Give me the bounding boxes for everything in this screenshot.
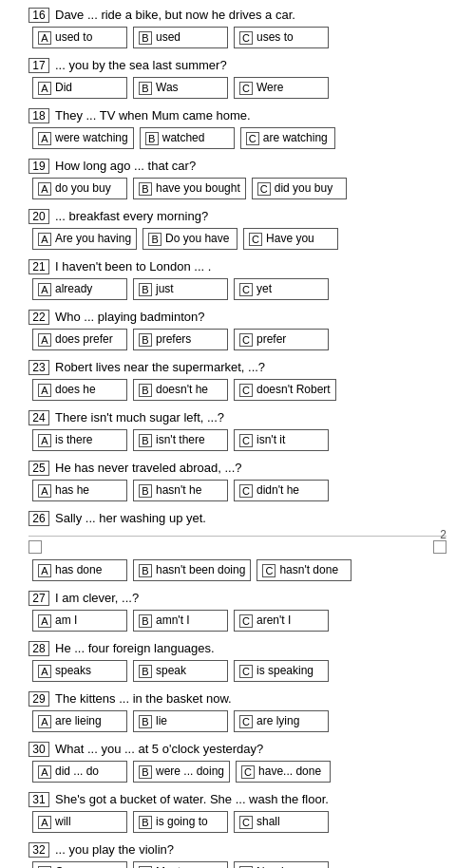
q-options-16: Aused to Bused Cuses to: [32, 27, 446, 48]
option-28b[interactable]: Bspeak: [133, 660, 228, 682]
option-24b[interactable]: Bisn't there: [133, 429, 228, 451]
option-25b[interactable]: Bhasn't he: [133, 480, 228, 501]
q-text-21: I haven't been to London ... .: [55, 259, 211, 274]
option-16c[interactable]: Cuses to: [234, 27, 329, 48]
q-num-21: 21: [28, 259, 49, 274]
question-17: 17 ... you by the sea last summer? ADid …: [28, 58, 446, 99]
q-text-26: Sally ... her washing up yet.: [55, 511, 206, 525]
q-options-29: Aare lieing Blie Care lying: [32, 710, 446, 732]
option-22b[interactable]: Bprefers: [133, 329, 228, 350]
q-options-32: ACan BMust CNeed: [32, 861, 446, 868]
option-26a[interactable]: Ahas done: [32, 559, 127, 581]
option-24c[interactable]: Cisn't it: [234, 429, 329, 451]
q-num-23: 23: [28, 360, 49, 375]
corner-mark-left: [28, 540, 42, 554]
q-options-31: Awill Bis going to Cshall: [32, 811, 446, 833]
option-29c[interactable]: Care lying: [234, 710, 329, 732]
q-num-25: 25: [28, 461, 49, 476]
question-29: 29 The kittens ... in the basket now. Aa…: [28, 691, 446, 732]
question-27: 27 I am clever, ...? Aam I Bamn't I Care…: [28, 591, 446, 632]
option-16b[interactable]: Bused: [133, 27, 228, 48]
option-27c[interactable]: Caren't I: [234, 610, 329, 632]
option-32a[interactable]: ACan: [32, 861, 127, 868]
q-num-16: 16: [28, 8, 49, 23]
q-options-20: AAre you having BDo you have CHave you: [32, 228, 446, 250]
q-num-28: 28: [28, 641, 49, 656]
option-30a[interactable]: Adid ... do: [32, 761, 127, 783]
option-25c[interactable]: Cdidn't he: [234, 480, 329, 501]
q-text-31: She's got a bucket of water. She ... was…: [55, 792, 329, 806]
q-text-32: ... you play the violin?: [55, 842, 174, 857]
option-19a[interactable]: Ado you buy: [32, 178, 127, 199]
option-23c[interactable]: Cdoesn't Robert: [234, 379, 336, 401]
question-31: 31 She's got a bucket of water. She ... …: [28, 792, 446, 833]
option-26b[interactable]: Bhasn't been doing: [133, 559, 251, 581]
q-text-19: How long ago ... that car?: [55, 159, 196, 173]
option-22a[interactable]: Adoes prefer: [32, 329, 127, 350]
option-28c[interactable]: Cis speaking: [234, 660, 329, 682]
option-20c[interactable]: CHave you: [243, 228, 338, 250]
question-18: 18 They ... TV when Mum came home. Awere…: [28, 108, 446, 149]
option-17b[interactable]: BWas: [133, 77, 228, 99]
option-17a[interactable]: ADid: [32, 77, 127, 99]
option-20b[interactable]: BDo you have: [142, 228, 238, 250]
option-31c[interactable]: Cshall: [234, 811, 329, 833]
q-num-19: 19: [28, 159, 49, 174]
q-num-22: 22: [28, 310, 49, 325]
option-26c[interactable]: Chasn't done: [256, 559, 352, 581]
q-options-25: Ahas he Bhasn't he Cdidn't he: [32, 480, 446, 501]
option-23a[interactable]: Adoes he: [32, 379, 127, 401]
option-29b[interactable]: Blie: [133, 710, 228, 732]
q-text-27: I am clever, ...?: [55, 591, 139, 605]
q-options-28: Aspeaks Bspeak Cis speaking: [32, 660, 446, 682]
option-23b[interactable]: Bdoesn't he: [133, 379, 228, 401]
question-32: 32 ... you play the violin? ACan BMust C…: [28, 842, 446, 868]
q-text-22: Who ... playing badminton?: [55, 310, 205, 324]
option-16a[interactable]: Aused to: [32, 27, 127, 48]
question-21: 21 I haven't been to London ... . Aalrea…: [28, 259, 446, 300]
q-num-27: 27: [28, 591, 49, 606]
option-18a[interactable]: Awere watching: [32, 127, 134, 149]
q-num-32: 32: [28, 842, 49, 858]
option-31b[interactable]: Bis going to: [133, 811, 228, 833]
option-20a[interactable]: AAre you having: [32, 228, 137, 250]
option-30b[interactable]: Bwere ... doing: [133, 761, 230, 783]
option-27a[interactable]: Aam I: [32, 610, 127, 632]
q-num-24: 24: [28, 410, 49, 425]
option-22c[interactable]: Cprefer: [234, 329, 329, 350]
q-num-26: 26: [28, 511, 49, 526]
question-19: 19 How long ago ... that car? Ado you bu…: [28, 159, 446, 199]
option-28a[interactable]: Aspeaks: [32, 660, 127, 682]
option-31a[interactable]: Awill: [32, 811, 127, 833]
question-16: 16 Dave ... ride a bike, but now he driv…: [28, 8, 446, 48]
question-24: 24 There isn't much sugar left, ...? Ais…: [28, 410, 446, 451]
question-23: 23 Robert lives near the supermarket, ..…: [28, 360, 446, 401]
q-options-30: Adid ... do Bwere ... doing Chave... don…: [32, 761, 446, 783]
q-num-29: 29: [28, 691, 49, 707]
question-30: 30 What ... you ... at 5 o'clock yesterd…: [28, 742, 446, 783]
option-19c[interactable]: Cdid you buy: [252, 178, 347, 199]
q-options-21: Aalready Bjust Cyet: [32, 278, 446, 300]
option-30c[interactable]: Chave... done: [236, 761, 331, 783]
option-32b[interactable]: BMust: [133, 861, 228, 868]
q-text-24: There isn't much sugar left, ...?: [55, 410, 224, 425]
option-29a[interactable]: Aare lieing: [32, 710, 127, 732]
option-25a[interactable]: Ahas he: [32, 480, 127, 501]
question-22: 22 Who ... playing badminton? Adoes pref…: [28, 310, 446, 350]
question-26: 26 Sally ... her washing up yet.: [28, 511, 446, 526]
option-32c[interactable]: CNeed: [234, 861, 329, 868]
option-18c[interactable]: Care watching: [240, 127, 335, 149]
q-options-18: Awere watching Bwatched Care watching: [32, 127, 446, 149]
q-text-20: ... breakfast every morning?: [55, 209, 208, 223]
option-17c[interactable]: CWere: [234, 77, 329, 99]
option-18b[interactable]: Bwatched: [140, 127, 235, 149]
option-24a[interactable]: Ais there: [32, 429, 127, 451]
q-text-29: The kittens ... in the basket now.: [55, 691, 232, 706]
option-21a[interactable]: Aalready: [32, 278, 127, 300]
option-19b[interactable]: Bhave you bought: [133, 178, 246, 199]
option-21b[interactable]: Bjust: [133, 278, 228, 300]
option-21c[interactable]: Cyet: [234, 278, 329, 300]
option-27b[interactable]: Bamn't I: [133, 610, 228, 632]
q-options-19: Ado you buy Bhave you bought Cdid you bu…: [32, 178, 446, 199]
q-text-18: They ... TV when Mum came home.: [55, 108, 251, 123]
